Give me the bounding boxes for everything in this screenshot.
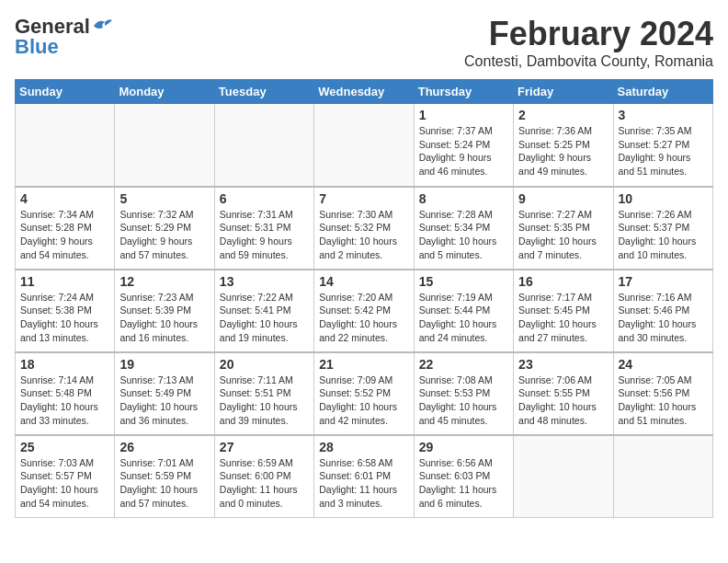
day-number: 22	[419, 357, 508, 372]
day-info: Sunrise: 7:20 AM Sunset: 5:42 PM Dayligh…	[319, 291, 408, 345]
calendar-cell: 14Sunrise: 7:20 AM Sunset: 5:42 PM Dayli…	[314, 270, 414, 352]
day-number: 7	[319, 191, 408, 206]
day-info: Sunrise: 7:22 AM Sunset: 5:41 PM Dayligh…	[220, 291, 309, 345]
day-number: 3	[619, 108, 708, 122]
day-number: 23	[518, 357, 608, 372]
calendar-cell: 5Sunrise: 7:32 AM Sunset: 5:29 PM Daylig…	[115, 187, 214, 270]
day-number: 1	[419, 108, 508, 122]
week-row-3: 11Sunrise: 7:24 AM Sunset: 5:38 PM Dayli…	[16, 270, 713, 352]
calendar-cell: 8Sunrise: 7:28 AM Sunset: 5:34 PM Daylig…	[414, 187, 513, 270]
header-wednesday: Wednesday	[314, 80, 414, 104]
day-number: 12	[119, 274, 209, 289]
calendar-cell: 7Sunrise: 7:30 AM Sunset: 5:32 PM Daylig…	[314, 187, 414, 270]
day-number: 18	[20, 357, 109, 372]
logo-bird-icon	[92, 17, 112, 33]
day-info: Sunrise: 7:13 AM Sunset: 5:49 PM Dayligh…	[119, 373, 209, 428]
day-number: 11	[20, 274, 109, 289]
calendar-cell: 12Sunrise: 7:23 AM Sunset: 5:39 PM Dayli…	[115, 270, 214, 352]
calendar-cell: 29Sunrise: 6:56 AM Sunset: 6:03 PM Dayli…	[414, 435, 513, 518]
header-tuesday: Tuesday	[214, 80, 313, 104]
calendar-cell: 28Sunrise: 6:58 AM Sunset: 6:01 PM Dayli…	[314, 435, 414, 518]
day-info: Sunrise: 7:17 AM Sunset: 5:45 PM Dayligh…	[518, 291, 608, 345]
day-info: Sunrise: 7:31 AM Sunset: 5:31 PM Dayligh…	[220, 208, 309, 262]
day-info: Sunrise: 7:36 AM Sunset: 5:25 PM Dayligh…	[518, 124, 608, 178]
header-sunday: Sunday	[16, 80, 115, 104]
header-saturday: Saturday	[613, 80, 712, 104]
day-number: 25	[20, 440, 109, 454]
day-info: Sunrise: 7:27 AM Sunset: 5:35 PM Dayligh…	[518, 208, 608, 262]
day-number: 20	[220, 357, 309, 372]
calendar-cell: 1Sunrise: 7:37 AM Sunset: 5:24 PM Daylig…	[414, 104, 513, 187]
day-number: 8	[419, 191, 508, 206]
day-info: Sunrise: 7:32 AM Sunset: 5:29 PM Dayligh…	[119, 208, 209, 262]
day-number: 27	[220, 440, 309, 454]
week-row-4: 18Sunrise: 7:14 AM Sunset: 5:48 PM Dayli…	[16, 352, 713, 435]
day-info: Sunrise: 6:58 AM Sunset: 6:01 PM Dayligh…	[319, 456, 408, 511]
day-info: Sunrise: 7:01 AM Sunset: 5:59 PM Dayligh…	[119, 456, 209, 511]
day-info: Sunrise: 7:08 AM Sunset: 5:53 PM Dayligh…	[419, 373, 508, 428]
day-number: 17	[619, 274, 708, 289]
calendar-cell: 11Sunrise: 7:24 AM Sunset: 5:38 PM Dayli…	[16, 270, 115, 352]
day-info: Sunrise: 7:14 AM Sunset: 5:48 PM Dayligh…	[20, 373, 109, 428]
day-info: Sunrise: 6:59 AM Sunset: 6:00 PM Dayligh…	[220, 456, 309, 511]
day-number: 15	[419, 274, 508, 289]
day-number: 6	[220, 191, 309, 206]
calendar-cell: 15Sunrise: 7:19 AM Sunset: 5:44 PM Dayli…	[414, 270, 513, 352]
day-info: Sunrise: 7:30 AM Sunset: 5:32 PM Dayligh…	[319, 208, 408, 262]
day-number: 21	[319, 357, 408, 372]
week-row-1: 1Sunrise: 7:37 AM Sunset: 5:24 PM Daylig…	[16, 104, 713, 187]
day-info: Sunrise: 7:26 AM Sunset: 5:37 PM Dayligh…	[619, 208, 708, 262]
calendar-cell: 18Sunrise: 7:14 AM Sunset: 5:48 PM Dayli…	[16, 352, 115, 435]
day-number: 24	[619, 357, 708, 372]
day-number: 26	[119, 440, 209, 454]
calendar-cell: 16Sunrise: 7:17 AM Sunset: 5:45 PM Dayli…	[514, 270, 613, 352]
header-thursday: Thursday	[414, 80, 513, 104]
calendar-cell: 24Sunrise: 7:05 AM Sunset: 5:56 PM Dayli…	[613, 352, 712, 435]
day-info: Sunrise: 7:19 AM Sunset: 5:44 PM Dayligh…	[419, 291, 508, 345]
day-number: 14	[319, 274, 408, 289]
calendar-cell: 3Sunrise: 7:35 AM Sunset: 5:27 PM Daylig…	[613, 104, 712, 187]
day-info: Sunrise: 7:05 AM Sunset: 5:56 PM Dayligh…	[619, 373, 708, 428]
day-number: 5	[119, 191, 209, 206]
calendar-table: SundayMondayTuesdayWednesdayThursdayFrid…	[15, 79, 713, 518]
week-row-5: 25Sunrise: 7:03 AM Sunset: 5:57 PM Dayli…	[16, 435, 713, 518]
calendar-cell	[613, 435, 712, 518]
day-number: 9	[518, 191, 608, 206]
day-info: Sunrise: 7:24 AM Sunset: 5:38 PM Dayligh…	[20, 291, 109, 345]
day-number: 4	[20, 191, 109, 206]
day-info: Sunrise: 7:11 AM Sunset: 5:51 PM Dayligh…	[220, 373, 309, 428]
day-number: 29	[419, 440, 508, 454]
month-year-title: February 2024	[464, 15, 713, 53]
week-row-2: 4Sunrise: 7:34 AM Sunset: 5:28 PM Daylig…	[16, 187, 713, 270]
day-info: Sunrise: 7:09 AM Sunset: 5:52 PM Dayligh…	[319, 373, 408, 428]
calendar-cell: 9Sunrise: 7:27 AM Sunset: 5:35 PM Daylig…	[514, 187, 613, 270]
day-info: Sunrise: 7:06 AM Sunset: 5:55 PM Dayligh…	[518, 373, 608, 428]
calendar-cell: 26Sunrise: 7:01 AM Sunset: 5:59 PM Dayli…	[115, 435, 214, 518]
calendar-cell: 2Sunrise: 7:36 AM Sunset: 5:25 PM Daylig…	[514, 104, 613, 187]
calendar-cell: 19Sunrise: 7:13 AM Sunset: 5:49 PM Dayli…	[115, 352, 214, 435]
day-number: 19	[119, 357, 209, 372]
logo-blue: Blue	[15, 35, 112, 59]
calendar-cell	[214, 104, 313, 187]
calendar-cell	[115, 104, 214, 187]
calendar-cell: 20Sunrise: 7:11 AM Sunset: 5:51 PM Dayli…	[214, 352, 313, 435]
day-info: Sunrise: 7:35 AM Sunset: 5:27 PM Dayligh…	[619, 124, 708, 178]
page-header: General Blue February 2024 Contesti, Dam…	[15, 15, 713, 70]
calendar-cell: 23Sunrise: 7:06 AM Sunset: 5:55 PM Dayli…	[514, 352, 613, 435]
calendar-cell: 25Sunrise: 7:03 AM Sunset: 5:57 PM Dayli…	[16, 435, 115, 518]
calendar-cell: 6Sunrise: 7:31 AM Sunset: 5:31 PM Daylig…	[214, 187, 313, 270]
title-section: February 2024 Contesti, Dambovita County…	[464, 15, 713, 70]
calendar-cell	[314, 104, 414, 187]
day-number: 16	[518, 274, 608, 289]
day-info: Sunrise: 7:16 AM Sunset: 5:46 PM Dayligh…	[619, 291, 708, 345]
calendar-cell: 27Sunrise: 6:59 AM Sunset: 6:00 PM Dayli…	[214, 435, 313, 518]
day-number: 13	[220, 274, 309, 289]
calendar-cell: 17Sunrise: 7:16 AM Sunset: 5:46 PM Dayli…	[613, 270, 712, 352]
day-info: Sunrise: 7:28 AM Sunset: 5:34 PM Dayligh…	[419, 208, 508, 262]
header-friday: Friday	[514, 80, 613, 104]
calendar-header: SundayMondayTuesdayWednesdayThursdayFrid…	[16, 80, 713, 104]
logo: General Blue	[15, 15, 112, 59]
calendar-cell	[514, 435, 613, 518]
calendar-cell: 22Sunrise: 7:08 AM Sunset: 5:53 PM Dayli…	[414, 352, 513, 435]
day-info: Sunrise: 7:23 AM Sunset: 5:39 PM Dayligh…	[119, 291, 209, 345]
